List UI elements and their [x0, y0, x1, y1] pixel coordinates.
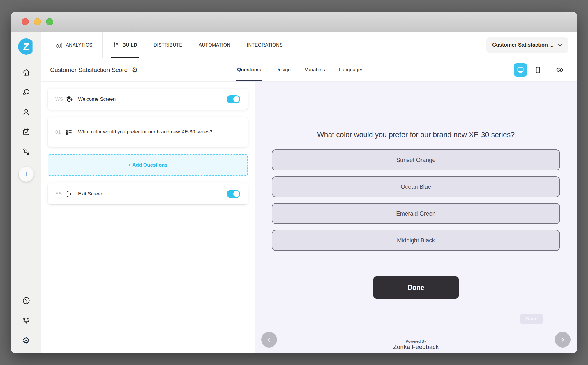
option-ocean-blue[interactable]: Ocean Blue — [272, 176, 560, 197]
nav-label: DISTRIBUTE — [153, 43, 182, 48]
chevron-down-icon — [558, 43, 562, 47]
tab-label: Languages — [339, 67, 363, 73]
calendar-check-icon — [22, 128, 31, 136]
tab-design[interactable]: Design — [275, 58, 291, 81]
help-icon — [22, 296, 31, 305]
analytics-bars-icon — [56, 42, 63, 49]
survey-subheader: Customer Satisfaction Score ⚙ Questions … — [41, 58, 577, 82]
home-icon — [22, 68, 31, 77]
app-window: Z — [11, 12, 577, 353]
tab-languages[interactable]: Languages — [339, 58, 363, 81]
question-text: What color would you prefer for our bran… — [78, 123, 218, 141]
view-controls-divider — [549, 64, 549, 76]
screen-code: ES — [55, 191, 65, 197]
screen-code: WS — [55, 97, 65, 102]
nav-item-analytics[interactable]: ANALYTICS — [48, 32, 100, 58]
sidebar-item-notifications[interactable] — [20, 314, 33, 327]
nav-divider — [102, 32, 103, 58]
feedback-chat-icon — [22, 88, 31, 97]
nav-label: BUILD — [122, 43, 137, 48]
screen-label: Exit Screen — [78, 191, 103, 197]
tab-label: Questions — [237, 67, 261, 73]
save-button[interactable]: Save — [520, 314, 543, 324]
sidebar-item-help[interactable] — [20, 294, 33, 307]
nav-item-automation[interactable]: AUTOMATION — [190, 32, 239, 58]
chevron-left-icon — [266, 336, 272, 343]
question-number: 01 — [55, 130, 65, 135]
tab-label: Variables — [305, 67, 325, 73]
survey-preview-panel: What color would you prefer for our bran… — [255, 82, 577, 353]
add-questions-label: + Add Questions — [128, 162, 167, 168]
preview-eye-button[interactable] — [553, 65, 566, 75]
sidebar-item-contacts[interactable] — [20, 105, 33, 119]
plus-icon: + — [24, 169, 29, 179]
option-emerald-green[interactable]: Emerald Green — [272, 203, 560, 224]
powered-by-label: Powered By — [255, 339, 577, 343]
sidebar-item-settings[interactable]: ⚙ — [20, 334, 33, 347]
tab-label: Design — [275, 67, 291, 73]
tab-variables[interactable]: Variables — [305, 58, 325, 81]
desktop-monitor-icon — [516, 66, 525, 74]
survey-title: Customer Satisfaction Score — [50, 66, 128, 73]
preview-view-controls — [514, 63, 566, 77]
zoom-window-button[interactable] — [46, 18, 53, 25]
workflow-icon — [22, 147, 31, 156]
survey-settings-icon[interactable]: ⚙ — [132, 66, 138, 73]
chevron-right-icon — [559, 336, 566, 343]
multiple-choice-list-icon — [65, 128, 73, 136]
option-sunset-orange[interactable]: Sunset Orange — [272, 149, 560, 170]
toggle-knob — [233, 96, 239, 102]
nav-item-integrations[interactable]: INTEGRATIONS — [239, 32, 291, 58]
sidebar-item-tasks[interactable] — [20, 125, 33, 139]
settings-gear-icon: ⚙ — [22, 335, 30, 345]
add-survey-button[interactable]: + — [19, 167, 34, 182]
sidebar-item-home[interactable] — [20, 66, 33, 79]
nav-label: ANALYTICS — [66, 43, 92, 48]
exit-screen-toggle[interactable] — [227, 190, 240, 198]
survey-selector-dropdown[interactable]: Customer Satisfaction ... — [486, 37, 568, 53]
option-midnight-black[interactable]: Midnight Black — [272, 230, 560, 251]
preview-footer: Powered By Zonka Feedback — [255, 339, 577, 350]
next-screen-button[interactable] — [555, 332, 571, 348]
nav-label: AUTOMATION — [199, 43, 230, 48]
nav-label: INTEGRATIONS — [247, 43, 283, 48]
preview-question-title: What color would you prefer for our bran… — [277, 131, 554, 139]
mobile-phone-icon — [534, 66, 542, 74]
welcome-screen-toggle[interactable] — [227, 95, 240, 103]
zonka-logo-letter: Z — [23, 41, 29, 52]
question-card-1[interactable]: 01 What color would you prefer for our b… — [48, 117, 248, 147]
waving-hand-icon — [65, 96, 73, 103]
person-icon — [22, 108, 31, 117]
preview-options-list: Sunset Orange Ocean Blue Emerald Green M… — [272, 149, 560, 251]
desktop-preview-button[interactable] — [514, 63, 527, 77]
survey-tabs: Questions Design Variables Languages — [237, 58, 363, 81]
sidebar-item-responses[interactable] — [20, 86, 33, 99]
question-list-panel: WS Welcome Sc — [41, 82, 255, 353]
titlebar — [11, 12, 577, 32]
toggle-knob — [233, 191, 239, 197]
exit-screen-card[interactable]: ES Exit Screen — [48, 183, 248, 204]
nav-item-distribute[interactable]: DISTRIBUTE — [145, 32, 190, 58]
screen-label: Welcome Screen — [78, 96, 116, 102]
welcome-screen-card[interactable]: WS Welcome Sc — [48, 89, 248, 110]
tab-questions[interactable]: Questions — [237, 58, 261, 81]
add-questions-button[interactable]: + Add Questions — [48, 154, 248, 176]
survey-selector-value: Customer Satisfaction ... — [492, 42, 554, 48]
close-window-button[interactable] — [22, 18, 29, 25]
eye-icon — [555, 66, 564, 74]
previous-screen-button[interactable] — [261, 332, 277, 348]
brand-label: Zonka Feedback — [255, 343, 577, 350]
sidebar-item-workflows[interactable] — [20, 145, 33, 158]
bell-icon — [22, 316, 31, 325]
build-tools-icon — [112, 42, 119, 49]
nav-item-build[interactable]: BUILD — [104, 32, 145, 58]
minimize-window-button[interactable] — [34, 18, 41, 25]
module-nav: ANALYTICS BUILD DISTRIBUTE AUTOMATION — [41, 32, 577, 58]
sidebar-rail: Z — [11, 32, 41, 353]
exit-arrow-icon — [65, 190, 73, 198]
done-button[interactable]: Done — [373, 276, 459, 299]
zonka-logo[interactable]: Z — [18, 38, 34, 55]
mobile-preview-button[interactable] — [531, 63, 545, 77]
